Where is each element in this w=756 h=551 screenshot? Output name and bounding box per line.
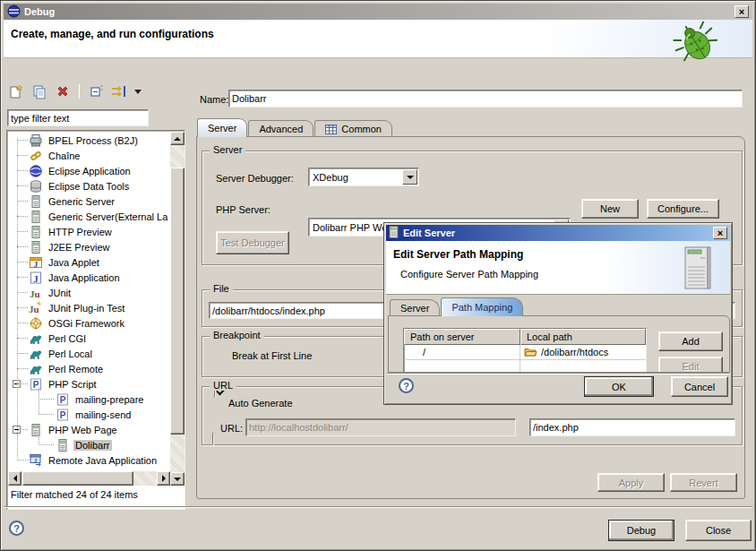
tree-connector xyxy=(39,414,54,415)
tree-item-eclipse-data-tools[interactable]: Eclipse Data Tools xyxy=(8,178,170,194)
scroll-down-button[interactable] xyxy=(170,472,185,486)
tree-item-remote-java-application[interactable]: JRemote Java Application xyxy=(8,452,170,468)
ok-button[interactable]: OK xyxy=(584,376,654,397)
cancel-button[interactable]: Cancel xyxy=(671,376,728,397)
tab-server[interactable]: Server xyxy=(197,118,247,137)
tree-item-mailing-prepare[interactable]: Pmailing-prepare xyxy=(8,392,170,407)
tree-connector xyxy=(17,140,28,141)
tree-item-label: Perl Remote xyxy=(47,364,105,375)
new-configuration-button[interactable] xyxy=(7,83,25,99)
debug-button[interactable]: Debug xyxy=(608,520,674,541)
tree-item-php-script[interactable]: PPHP Script xyxy=(8,376,170,392)
tree-connector xyxy=(17,307,28,308)
mapping-row[interactable]: //dolibarr/htdocs xyxy=(404,345,646,360)
camel-icon xyxy=(28,331,43,346)
php-server-label: PHP Server: xyxy=(216,204,271,215)
junit-icon: Ju xyxy=(28,286,43,300)
help-icon[interactable]: ? xyxy=(9,521,24,536)
tree-guide-line xyxy=(39,388,39,414)
tree-item-mailing-send[interactable]: Pmailing-send xyxy=(8,407,170,422)
main-tab-bar: ServerAdvancedCommon xyxy=(197,118,393,137)
tab-advanced[interactable]: Advanced xyxy=(248,120,314,137)
tree-connector xyxy=(17,292,28,293)
filter-menu-button[interactable] xyxy=(133,83,142,99)
horizontal-scroll-thumb[interactable] xyxy=(22,471,133,486)
server-debugger-select[interactable]: XDebug xyxy=(308,168,419,186)
tree-item-label: JUnit xyxy=(47,288,73,298)
column-header-local-path[interactable]: Local path xyxy=(520,329,646,345)
breakpoint-group-title: Breakpoint xyxy=(210,330,264,340)
add-mapping-button[interactable]: Add xyxy=(658,331,723,351)
configure-server-button[interactable]: Configure... xyxy=(647,199,719,219)
tree-item-label: Dolibarr xyxy=(73,440,112,451)
tree-item-osgi-framework[interactable]: OSGi Framework xyxy=(8,315,170,331)
path-mapping-panel: Path on serverLocal path //dolibarr/htdo… xyxy=(388,315,730,373)
tree-item-java-applet[interactable]: JJava Applet xyxy=(8,254,170,270)
eclipse-logo-icon xyxy=(7,4,21,20)
server-icon xyxy=(28,423,43,437)
tree-item-j2ee-preview[interactable]: J2EE Preview xyxy=(8,239,170,254)
delete-configuration-button[interactable] xyxy=(54,83,72,99)
server-icon xyxy=(28,194,43,209)
server-group-title: Server xyxy=(210,144,245,155)
vertical-scroll-thumb[interactable] xyxy=(170,168,185,435)
tree-item-php-web-page[interactable]: PHP Web Page xyxy=(8,422,170,437)
tree-item-http-preview[interactable]: HTTP Preview xyxy=(8,224,170,239)
footer-separator xyxy=(4,506,752,508)
tree-item-perl-remote[interactable]: Perl Remote xyxy=(8,361,170,376)
tree-item-label: PHP Web Page xyxy=(47,425,119,435)
tree-connector xyxy=(17,170,28,171)
empty-row xyxy=(404,360,646,373)
type-filter-input[interactable] xyxy=(7,109,149,126)
tree-item-label: Generic Server(External La xyxy=(47,211,169,222)
close-button[interactable]: Close xyxy=(685,520,752,541)
tree-item-eclipse-application[interactable]: Eclipse Application xyxy=(8,163,170,178)
tree-item-perl-cgi[interactable]: Perl CGI xyxy=(8,331,170,346)
tree-item-label: mailing-send xyxy=(73,409,133,420)
auto-generate-label: Auto Generate xyxy=(228,398,293,409)
applet-icon: J xyxy=(28,255,43,270)
scroll-up-button[interactable] xyxy=(170,132,185,145)
configuration-name-input[interactable] xyxy=(228,90,743,108)
dialog-close-button[interactable]: × xyxy=(713,227,727,239)
scroll-right-button[interactable] xyxy=(157,471,170,486)
collapse-all-button[interactable] xyxy=(87,83,105,99)
url-path-input[interactable] xyxy=(529,418,735,436)
tree-item-perl-local[interactable]: Perl Local xyxy=(8,346,170,361)
dialog-help-icon[interactable]: ? xyxy=(399,378,414,393)
sidebar-toolbar xyxy=(7,82,142,101)
tree-item-dolibarr[interactable]: Dolibarr xyxy=(8,437,170,452)
tab-label: Advanced xyxy=(259,124,303,134)
server-debugger-value: XDebug xyxy=(313,172,348,183)
tree-item-generic-server-external-la[interactable]: Generic Server(External La xyxy=(8,209,170,224)
tree-item-generic-server[interactable]: Generic Server xyxy=(8,194,170,209)
dialog-tab-path-mapping[interactable]: Path Mapping xyxy=(441,297,523,316)
column-header-path-on-server[interactable]: Path on server xyxy=(404,329,520,345)
tree-item-junit[interactable]: JuJUnit xyxy=(8,285,170,300)
tree-horizontal-scrollbar[interactable] xyxy=(8,471,170,486)
dropdown-arrow-icon[interactable] xyxy=(402,169,417,185)
new-server-button[interactable]: New xyxy=(581,199,639,219)
filter-status: Filter matched 24 of 24 items xyxy=(11,489,181,500)
dialog-tab-server[interactable]: Server xyxy=(390,299,440,316)
tree-item-cha-ne[interactable]: Chaîne xyxy=(8,148,170,163)
database-icon xyxy=(28,179,43,194)
scroll-left-button[interactable] xyxy=(8,471,21,486)
window-titlebar: Debug × xyxy=(4,4,752,20)
duplicate-configuration-button[interactable] xyxy=(30,83,48,99)
tree-connector xyxy=(17,323,28,323)
edit-server-dialog: Edit Server × Edit Server Path Mapping C… xyxy=(383,222,733,405)
svg-text:Ju: Ju xyxy=(29,304,39,314)
tree-item-label: PHP Script xyxy=(47,379,99,390)
filter-configurations-button[interactable] xyxy=(110,83,128,99)
tree-vertical-scrollbar[interactable] xyxy=(170,132,185,486)
tree-item-java-application[interactable]: JJava Application xyxy=(8,270,170,285)
edit-mapping-button: Edit xyxy=(658,357,723,373)
local-path-cell: /dolibarr/htdocs xyxy=(520,345,646,359)
tab-common[interactable]: Common xyxy=(314,120,392,137)
tree-item-bpel-process-b2j[interactable]: BPEL Process (B2J) xyxy=(8,133,170,148)
tree-item-junit-plug-in-test[interactable]: JuJUnit Plug-in Test xyxy=(8,300,170,315)
window-close-button[interactable]: × xyxy=(735,5,749,18)
remote-java-icon: J xyxy=(28,453,43,468)
auto-generate-checkbox[interactable] xyxy=(212,433,214,445)
